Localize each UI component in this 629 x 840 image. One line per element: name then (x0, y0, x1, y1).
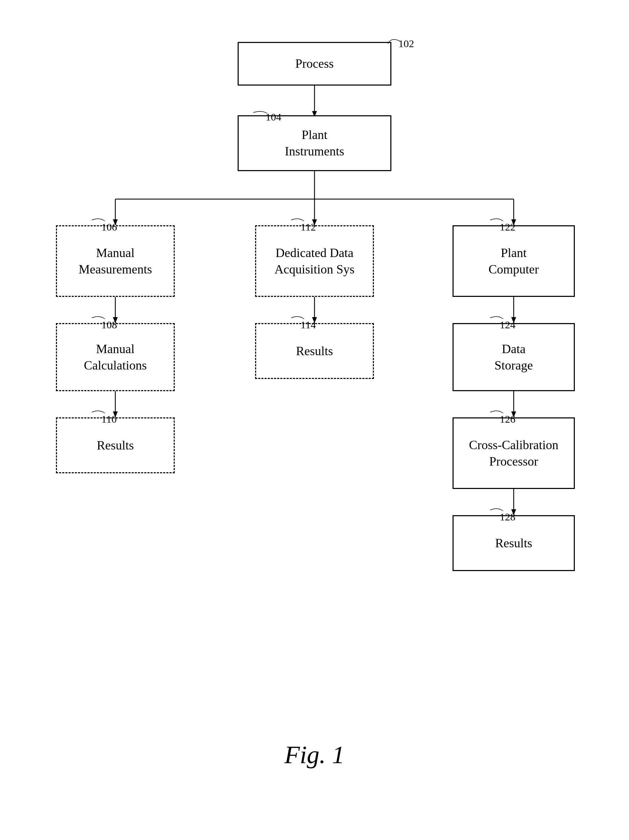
results-right-box: Results (452, 515, 575, 571)
label-122: 122 (500, 221, 515, 233)
manual-calculations-box: ManualCalculations (56, 323, 175, 391)
label-108: 108 (101, 319, 117, 331)
label-106: 106 (101, 221, 117, 233)
label-124: 124 (500, 319, 515, 331)
page: Process 102 PlantInstruments 104 ManualM… (0, 0, 629, 840)
process-box: Process (238, 42, 391, 85)
label-110: 110 (101, 413, 117, 425)
data-storage-box: DataStorage (452, 323, 575, 391)
label-126: 126 (500, 413, 515, 425)
diagram: Process 102 PlantInstruments 104 ManualM… (35, 21, 594, 720)
label-114: 114 (300, 319, 316, 331)
plant-instruments-box: PlantInstruments (238, 115, 391, 171)
results-left-box: Results (56, 417, 175, 473)
plant-computer-box: PlantComputer (452, 225, 575, 297)
dedicated-data-acq-box: Dedicated DataAcquisition Sys (255, 225, 374, 297)
manual-measurements-box: ManualMeasurements (56, 225, 175, 297)
results-middle-box: Results (255, 323, 374, 379)
label-112: 112 (300, 221, 316, 233)
label-128: 128 (500, 511, 515, 523)
cross-calibration-box: Cross-CalibrationProcessor (452, 417, 575, 489)
figure-caption: Fig. 1 (284, 741, 345, 769)
